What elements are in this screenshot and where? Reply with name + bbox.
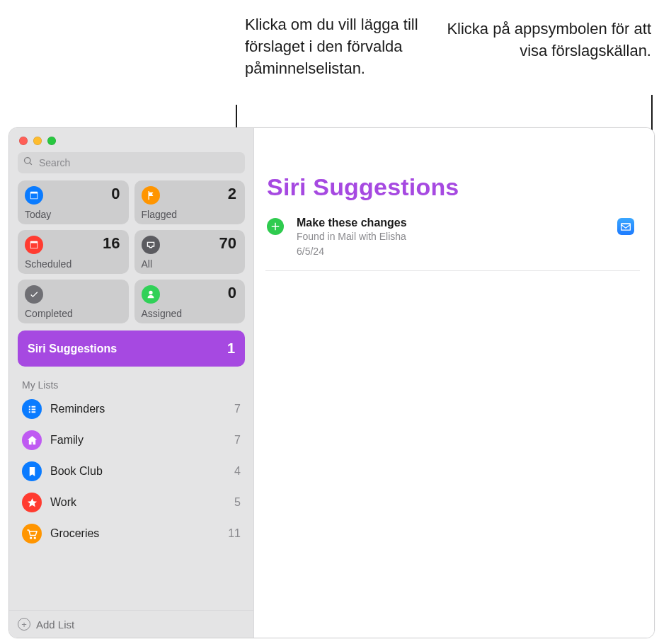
main-content: Siri Suggestions Make these changes Foun… — [254, 128, 654, 638]
siri-suggestions-row[interactable]: Siri Suggestions 1 — [18, 330, 245, 367]
search-field[interactable] — [18, 152, 245, 173]
list-count: 11 — [228, 527, 241, 540]
add-list-button[interactable]: + Add List — [9, 610, 253, 638]
list-item[interactable]: Reminders7 — [15, 393, 248, 425]
person-icon — [142, 285, 160, 304]
bookmark-icon — [22, 461, 42, 481]
minimize-window-button[interactable] — [33, 137, 42, 145]
tray-icon — [142, 236, 160, 254]
reminders-window: 0 Today 2 Flagged 16 Scheduled — [8, 127, 655, 638]
list-count: 7 — [234, 434, 241, 447]
plus-icon: + — [18, 618, 30, 631]
window-controls — [9, 128, 253, 152]
list-item[interactable]: Work5 — [15, 487, 248, 518]
list-name: Reminders — [50, 403, 226, 415]
smart-list-label: Today — [25, 209, 51, 220]
smart-list-count: 16 — [103, 234, 120, 253]
callout-app-icon: Klicka på appsymbolen för att visa försl… — [439, 18, 651, 62]
suggestion-title: Make these changes — [297, 217, 607, 229]
my-lists-header: My Lists — [9, 367, 253, 393]
smart-list-label: All — [142, 258, 153, 270]
suggestion-date: 6/5/24 — [297, 244, 607, 259]
plus-icon — [271, 222, 280, 231]
list-name: Family — [50, 434, 226, 447]
smart-list-count: 70 — [219, 234, 236, 253]
page-title: Siri Suggestions — [267, 173, 640, 201]
smart-list-flagged[interactable]: 2 Flagged — [134, 180, 246, 224]
siri-suggestions-count: 1 — [227, 340, 235, 357]
check-icon — [25, 285, 43, 304]
list-name: Book Club — [50, 465, 226, 478]
cart-icon — [22, 524, 42, 544]
search-input[interactable] — [38, 156, 239, 169]
siri-suggestions-label: Siri Suggestions — [28, 343, 117, 355]
house-icon — [22, 430, 42, 450]
search-icon — [23, 156, 33, 169]
callout-add-suggestion: Klicka om du vill lägga till förslaget i… — [245, 14, 464, 79]
suggestion-row[interactable]: Make these changes Found in Mail with El… — [265, 217, 640, 271]
smart-list-label: Scheduled — [25, 258, 71, 270]
smart-list-completed[interactable]: Completed — [18, 280, 129, 323]
smart-list-assigned[interactable]: 0 Assigned — [134, 280, 246, 323]
add-list-label: Add List — [36, 619, 74, 631]
smart-list-label: Flagged — [142, 209, 178, 220]
sidebar: 0 Today 2 Flagged 16 Scheduled — [9, 128, 254, 638]
smart-list-count: 0 — [111, 185, 120, 203]
list-item[interactable]: Book Club4 — [15, 456, 248, 487]
smart-list-count: 0 — [228, 284, 236, 302]
smart-list-scheduled[interactable]: 16 Scheduled — [18, 230, 129, 274]
star-icon — [22, 493, 42, 512]
fullscreen-window-button[interactable] — [47, 137, 56, 145]
list-item[interactable]: Family7 — [15, 425, 248, 456]
suggestion-text: Make these changes Found in Mail with El… — [297, 217, 607, 259]
list-count: 4 — [234, 465, 241, 478]
smart-list-label: Assigned — [142, 308, 183, 319]
calendar-icon — [25, 186, 43, 205]
smart-list-today[interactable]: 0 Today — [18, 180, 129, 224]
mail-icon — [621, 223, 631, 231]
close-window-button[interactable] — [19, 137, 28, 145]
smart-list-count: 2 — [228, 185, 236, 203]
list-count: 7 — [234, 403, 241, 415]
list-item[interactable]: Groceries11 — [15, 518, 248, 549]
list-name: Groceries — [50, 527, 219, 540]
calendar-icon — [25, 236, 43, 254]
add-suggestion-button[interactable] — [267, 218, 284, 235]
smart-list-all[interactable]: 70 All — [134, 230, 246, 274]
list-name: Work — [50, 496, 226, 509]
flag-icon — [142, 186, 160, 205]
list-icon — [22, 399, 42, 419]
my-lists: Reminders7Family7Book Club4Work5Grocerie… — [9, 393, 253, 610]
source-app-button[interactable] — [617, 218, 634, 235]
smart-list-label: Completed — [25, 308, 73, 319]
list-count: 5 — [234, 496, 241, 509]
suggestion-source: Found in Mail with Elisha — [297, 229, 607, 244]
